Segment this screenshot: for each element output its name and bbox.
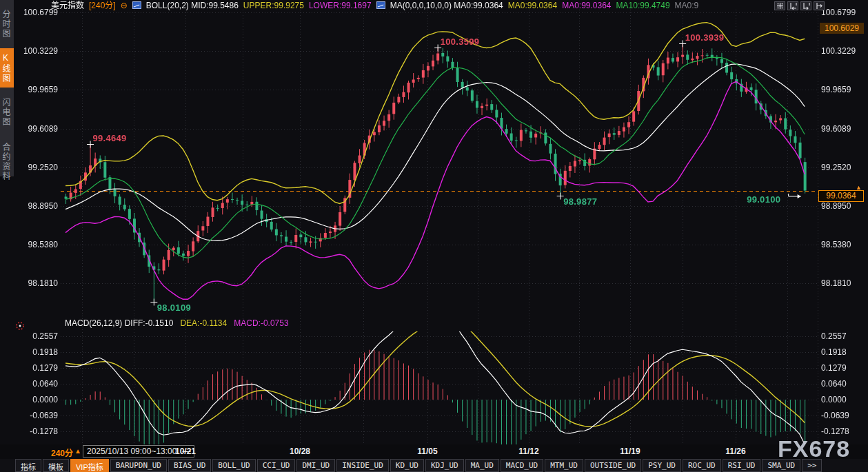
toolbar-item-KD_UD[interactable]: KD_UD [390,459,424,472]
price-annotation: 99.4649 [93,133,127,143]
macd-header: MACD(26,12,9) DIFF:-0.1510 DEA:-0.1134 M… [65,318,289,328]
date-label: 11/05 [417,447,437,456]
price-tick-left: 99.2520 [14,163,58,172]
price-tick-left: 99.6089 [14,124,58,134]
price-tick-right: 100.3229 [821,46,856,56]
macd-tick-right: 0.0000 [821,395,847,404]
price-annotation: 100.3939 [685,32,725,43]
price-tick-right: 98.8950 [821,201,851,211]
price-tick-right: 99.9659 [821,85,851,94]
chart-window-controls [774,1,825,10]
toolbar-item-CCI_UD[interactable]: CCI_UD [257,459,296,472]
boll-lower-value: LOWER:99.1697 [309,1,372,10]
date-label: 10/21 [175,447,196,456]
fit-right-icon[interactable] [800,1,811,10]
macd-tick-right: -0.1278 [821,427,849,436]
instrument-title: 美元指数 [51,1,84,10]
toolbar-item-VIP指标[interactable]: VIP指标 [70,459,109,472]
macd-tick-left: 0.0640 [14,379,58,389]
interval-up-arrow-icon[interactable]: ▲ [74,447,81,455]
toolbar-item-MTM_UD[interactable]: MTM_UD [545,459,583,472]
toolbar-item-PSY_UD[interactable]: PSY_UD [643,459,681,472]
macd-panel-icon[interactable] [15,321,25,331]
date-label: 11/19 [620,447,640,456]
price-tick-left: 98.1810 [14,278,58,288]
move-icon[interactable] [774,1,785,10]
ma0-gray-value: MA0:9 [675,1,699,10]
toolbar-item-BARUPDN_UD[interactable]: BARUPDN_UD [110,459,167,472]
price-tick-left: 98.8950 [14,201,58,211]
ma0-magenta-value: MA0:99.0364 [562,1,611,10]
left-sidebar: 分时图K线图闪电图合约资料 [0,0,14,444]
ma-chart-icon[interactable] [376,1,385,9]
price-tick-left: 100.3229 [14,46,58,56]
price-annotation: 99.0100 [747,194,780,205]
price-tick-right: 98.1810 [821,278,851,288]
macd-tick-right: -0.0639 [821,411,849,420]
toolbar-item-RSI_UD[interactable]: RSI_UD [723,459,761,472]
boll-chart-icon[interactable] [132,1,141,9]
macd-tick-right: 0.1918 [821,347,847,357]
macd-tick-left: -0.1278 [14,427,58,436]
macd-tick-left: 0.1279 [14,363,58,373]
sidebar-item-0[interactable]: 分时图 [0,4,14,43]
price-annotation: 98.0109 [157,302,191,313]
sidebar-item-2[interactable]: 闪电图 [0,92,14,132]
indicator-toolbar: 指标模板VIP指标BARUPDN_UDBIAS_UDBOLL_UDCCI_UDD… [0,459,868,472]
toolbar-item-BIAS_UD[interactable]: BIAS_UD [168,459,211,472]
boll-upper-value: UPPER:99.9275 [243,1,304,10]
time-axis-row: 240分 ▲ 2025/10/13 09:00~13:00 — 10/2110/… [0,444,868,459]
toolbar-item-BOLL_UD[interactable]: BOLL_UD [212,459,255,472]
price-tick-right: 98.5380 [821,240,851,249]
price-tick-left: 98.5380 [14,240,58,249]
toolbar-item-指标[interactable]: 指标 [15,459,41,472]
macd-bar-value: MACD:-0.0753 [234,318,288,328]
toolbar-item-ROC_UD[interactable]: ROC_UD [683,459,721,472]
macd-tick-right: 0.1279 [821,363,847,373]
macd-tick-left: 0.2557 [14,331,58,341]
chart-canvas[interactable] [0,0,868,472]
ma10-value: MA10:99.4749 [616,1,670,10]
sidebar-item-1[interactable]: K线图 [0,48,14,88]
trading-app: 分时图K线图闪电图合约资料 美元指数 [240分] ⊖ BOLL(20,2) M… [0,0,868,472]
toolbar-item-OUTSIDE_UD[interactable]: OUTSIDE_UD [585,459,641,472]
price-annotation: 98.9877 [563,196,597,207]
toolbar-item-MACD_UD[interactable]: MACD_UD [501,459,543,472]
toolbar-item-DMI_UD[interactable]: DMI_UD [296,459,335,472]
price-tick-right: 100.6799 [821,8,856,17]
macd-diff-value: MACD(26,12,9) DIFF:-0.1510 [65,318,173,328]
current-price-badge: 99.0364 [818,190,864,202]
date-label: 11/26 [725,447,745,456]
toolbar-item-INSIDE_UD[interactable]: INSIDE_UD [336,459,389,472]
indicator-header: 美元指数 [240分] ⊖ BOLL(20,2) MID:99.5486 UPP… [51,0,698,10]
macd-tick-right: 0.0640 [821,379,847,389]
sidebar-item-3[interactable]: 合约资料 [0,136,14,187]
toolbar-item->>[interactable]: >> [802,459,822,472]
toolbar-item-模板[interactable]: 模板 [43,459,69,472]
macd-tick-left: 0.1918 [14,347,58,357]
interval-badge[interactable]: 240分 [51,447,73,458]
date-label: 10/28 [290,447,310,456]
toolbar-item-MA_UD[interactable]: MA_UD [465,459,499,472]
collapse-icon[interactable]: ⊖ [121,1,128,10]
pan-right-icon[interactable] [814,1,825,10]
price-tick-right: 99.6089 [821,124,851,134]
price-tick-left: 99.9659 [14,85,58,94]
date-label: 11/12 [518,447,538,456]
interval-label[interactable]: [240分] [89,1,116,10]
ma0-yellow-value: MA0:99.0364 [508,1,557,10]
bar-range-text: 2025/10/13 09:00~13:00 [87,447,176,456]
fit-left-icon[interactable] [787,1,798,10]
boll-values: BOLL(20,2) MID:99.5486 [146,1,239,10]
macd-tick-right: 0.2557 [821,331,847,341]
prev-extreme-badge: 100.6029 [820,23,864,34]
macd-dea-value: DEA:-0.1134 [180,318,227,328]
toolbar-item-SMA_UD[interactable]: SMA_UD [762,459,800,472]
price-tick-right: 99.2520 [821,163,851,172]
ma-group-values: MA(0,0,0,10,0,0) MA0:99.0364 [390,1,503,10]
toolbar-item-KDJ_UD[interactable]: KDJ_UD [425,459,464,472]
price-annotation: 100.3599 [441,37,480,47]
macd-tick-left: 0.0000 [14,395,58,404]
macd-tick-left: -0.0639 [14,411,58,420]
